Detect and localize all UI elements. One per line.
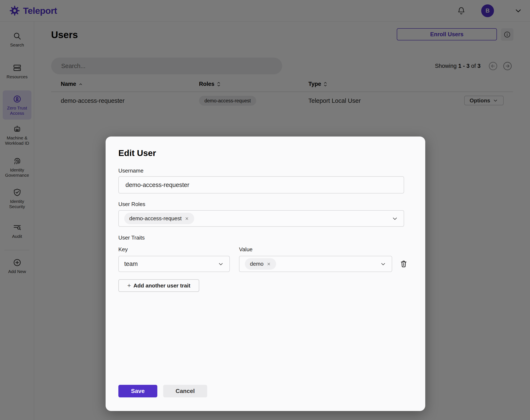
user-traits-label: User Traits	[118, 234, 145, 241]
add-trait-button[interactable]: + Add another user trait	[118, 279, 199, 292]
trait-value-select[interactable]: demo	[239, 256, 392, 272]
trait-key-value: team	[124, 261, 138, 267]
trait-key-label: Key	[118, 246, 128, 253]
dialog-footer: Save Cancel	[118, 385, 207, 397]
close-icon[interactable]	[185, 216, 189, 221]
delete-trait-button[interactable]	[398, 258, 409, 269]
plus-icon: +	[127, 282, 131, 289]
value-chip: demo	[245, 258, 276, 270]
chevron-down-icon	[380, 261, 386, 267]
close-icon[interactable]	[266, 262, 271, 266]
user-roles-label: User Roles	[118, 201, 145, 207]
trash-icon	[399, 260, 408, 268]
save-button[interactable]: Save	[118, 385, 157, 397]
role-chip: demo-access-request	[124, 213, 194, 224]
chevron-down-icon	[218, 261, 224, 267]
cancel-button[interactable]: Cancel	[163, 385, 207, 397]
trait-key-select[interactable]: team	[118, 256, 230, 272]
dialog-title: Edit User	[118, 148, 156, 158]
chevron-down-icon	[392, 215, 398, 222]
trait-value-label: Value	[239, 246, 253, 253]
username-input[interactable]	[118, 176, 404, 193]
username-label: Username	[118, 168, 144, 174]
edit-user-dialog: Edit User Username User Roles demo-acces…	[105, 136, 425, 411]
user-roles-select[interactable]: demo-access-request	[118, 210, 404, 227]
